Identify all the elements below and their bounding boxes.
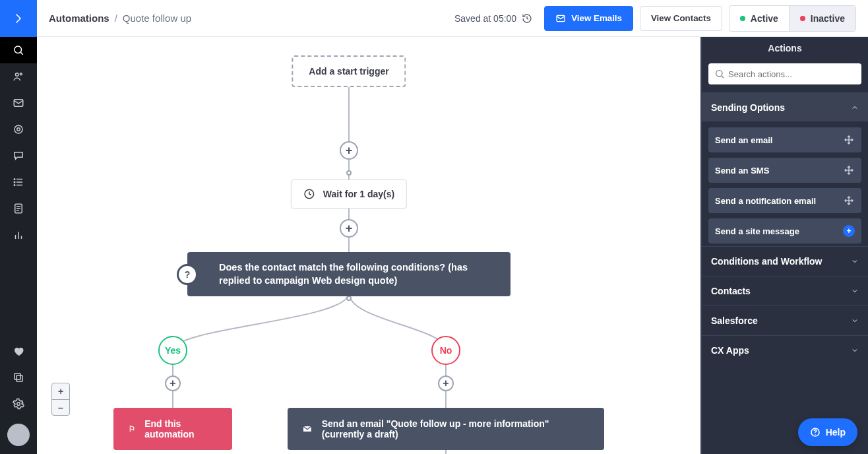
view-emails-label: View Emails xyxy=(571,13,622,23)
send-email-card[interactable]: Send an email "Quote follow up - more in… xyxy=(288,408,604,450)
nav-search[interactable] xyxy=(0,37,37,63)
brand-logo[interactable] xyxy=(0,0,37,37)
bar-chart-icon xyxy=(13,229,24,241)
svg-point-10 xyxy=(14,179,15,180)
action-item[interactable]: Send a notification email xyxy=(708,188,861,213)
add-step-button[interactable]: + xyxy=(165,375,181,391)
svg-point-6 xyxy=(17,128,20,131)
nav-favorites[interactable] xyxy=(0,338,37,364)
connector-lines xyxy=(37,37,700,454)
zoom-out-button[interactable]: – xyxy=(52,399,69,415)
section-contacts-header[interactable]: Contacts xyxy=(702,276,868,306)
status-active-dot xyxy=(740,16,745,21)
action-item-label: Send an email xyxy=(715,135,772,145)
chat-icon xyxy=(13,150,24,162)
nav-lists[interactable] xyxy=(0,169,37,195)
actions-search-input[interactable] xyxy=(708,63,861,84)
section-conditions: Conditions and Workflow xyxy=(702,246,868,276)
status-inactive[interactable]: Inactive xyxy=(789,6,855,31)
svg-point-22 xyxy=(17,403,20,406)
left-nav-rail xyxy=(0,0,37,454)
chevron-up-icon xyxy=(851,104,859,112)
section-salesforce: Salesforce xyxy=(702,306,868,335)
action-item[interactable]: Send an SMS xyxy=(708,158,861,183)
nav-forms[interactable] xyxy=(0,195,37,222)
svg-point-5 xyxy=(15,125,22,133)
workspace: Add a start trigger + Wait for 1 day(s) … xyxy=(37,37,868,454)
nav-library[interactable] xyxy=(0,364,37,391)
send-email-label: Send an email "Quote follow up - more in… xyxy=(322,418,590,439)
nav-campaigns[interactable] xyxy=(0,90,37,116)
svg-rect-21 xyxy=(15,373,20,379)
status-toggle: Active Inactive xyxy=(729,5,856,32)
action-item[interactable]: Send a site message+ xyxy=(708,218,861,243)
chevron-down-icon xyxy=(851,346,859,354)
branch-no[interactable]: No xyxy=(431,336,460,365)
add-step-button[interactable]: + xyxy=(340,219,358,238)
nav-reports[interactable] xyxy=(0,222,37,248)
action-item-label: Send a site message xyxy=(715,226,799,236)
clock-icon xyxy=(303,188,315,200)
add-step-button[interactable]: + xyxy=(340,141,358,160)
wait-step[interactable]: Wait for 1 day(s) xyxy=(291,179,407,209)
action-item-label: Send a notification email xyxy=(715,196,816,206)
svg-point-12 xyxy=(14,185,15,186)
zoom-in-button[interactable]: + xyxy=(52,383,69,399)
svg-line-30 xyxy=(722,76,724,78)
drag-handle-icon[interactable] xyxy=(843,164,855,176)
section-cxapps-header[interactable]: CX Apps xyxy=(702,336,868,365)
user-avatar[interactable] xyxy=(7,424,30,446)
list-icon xyxy=(13,176,24,188)
drag-handle-icon[interactable] xyxy=(843,195,855,207)
section-salesforce-header[interactable]: Salesforce xyxy=(702,306,868,335)
help-button[interactable]: Help xyxy=(798,418,857,446)
saved-label: Saved at 05:00 xyxy=(454,13,516,24)
drag-handle-icon[interactable] xyxy=(843,134,855,146)
main-area: Automations / Quote follow up Saved at 0… xyxy=(37,0,868,454)
nav-settings[interactable] xyxy=(0,391,37,417)
view-contacts-button[interactable]: View Contacts xyxy=(640,6,722,31)
help-icon xyxy=(810,427,821,438)
heart-icon xyxy=(13,345,24,357)
svg-point-0 xyxy=(15,46,22,53)
section-sending-label: Sending Options xyxy=(711,102,785,113)
copy-icon xyxy=(13,372,24,383)
status-inactive-dot xyxy=(800,16,805,21)
chevron-down-icon xyxy=(851,317,859,325)
chevron-down-icon xyxy=(851,257,859,265)
section-sending-header[interactable]: Sending Options xyxy=(702,93,868,122)
condition-label: Does the contact match the following con… xyxy=(219,261,499,287)
section-salesforce-label: Salesforce xyxy=(711,315,758,326)
history-icon[interactable] xyxy=(522,13,532,24)
section-contacts-label: Contacts xyxy=(711,286,751,296)
breadcrumb-separator: / xyxy=(115,13,117,24)
view-emails-button[interactable]: View Emails xyxy=(544,6,633,31)
end-automation-card[interactable]: End this automation xyxy=(113,408,232,450)
end-automation-label: End this automation xyxy=(144,418,218,439)
actions-panel-title: Actions xyxy=(702,37,868,59)
condition-step[interactable]: ? Does the contact match the following c… xyxy=(187,252,511,296)
chevron-right-icon xyxy=(13,13,24,24)
breadcrumb-root[interactable]: Automations xyxy=(49,13,109,24)
wait-label: Wait for 1 day(s) xyxy=(323,189,394,199)
nav-automations[interactable] xyxy=(0,116,37,143)
status-active[interactable]: Active xyxy=(729,6,789,31)
nav-contacts[interactable] xyxy=(0,63,37,90)
start-trigger[interactable]: Add a start trigger xyxy=(292,55,406,87)
add-action-icon[interactable]: + xyxy=(843,225,855,237)
add-step-button[interactable]: + xyxy=(438,375,454,391)
section-cxapps-label: CX Apps xyxy=(711,345,749,356)
status-active-label: Active xyxy=(751,13,778,24)
action-item[interactable]: Send an email xyxy=(708,127,861,152)
zoom-controls: + – xyxy=(51,383,70,416)
end-icon xyxy=(128,424,137,434)
nav-conversations[interactable] xyxy=(0,143,37,169)
section-conditions-header[interactable]: Conditions and Workflow xyxy=(702,247,868,276)
svg-line-1 xyxy=(20,52,22,54)
svg-point-11 xyxy=(14,181,15,183)
people-icon xyxy=(13,71,24,82)
section-conditions-label: Conditions and Workflow xyxy=(711,256,822,267)
branch-yes[interactable]: Yes xyxy=(158,336,187,365)
svg-point-32 xyxy=(815,434,815,435)
automation-canvas[interactable]: Add a start trigger + Wait for 1 day(s) … xyxy=(37,37,700,454)
